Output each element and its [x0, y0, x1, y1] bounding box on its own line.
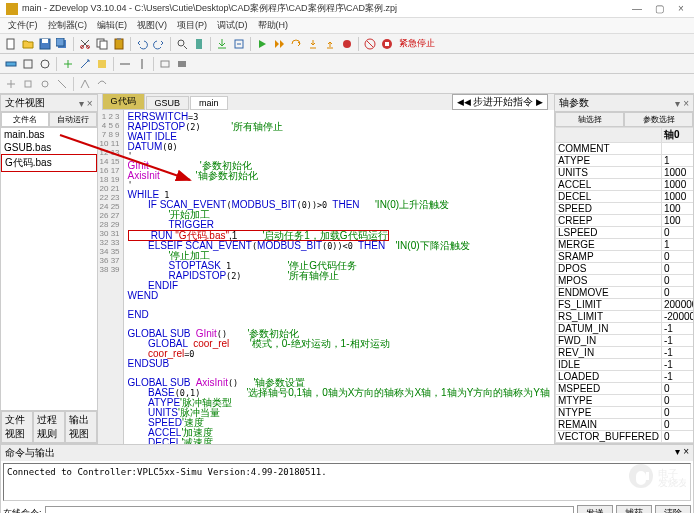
- cmd-input[interactable]: [45, 506, 574, 514]
- tb2-9[interactable]: [157, 56, 173, 72]
- tb3-5[interactable]: [77, 76, 93, 92]
- tb2-7[interactable]: [117, 56, 133, 72]
- svg-point-14: [343, 40, 351, 48]
- menu-help[interactable]: 帮助(H): [254, 18, 293, 33]
- watermark-icon: 电子发烧友: [626, 461, 686, 493]
- tb3-4[interactable]: [54, 76, 70, 92]
- tab-autorun[interactable]: 自动运行: [49, 112, 97, 127]
- toolbar-2: [0, 54, 694, 74]
- code-editor[interactable]: 1 2 3 4 5 6 7 8 9 10 11 12 13 14 15 16 1…: [98, 110, 554, 444]
- cut-icon[interactable]: [77, 36, 93, 52]
- paste-icon[interactable]: [111, 36, 127, 52]
- menu-project[interactable]: 项目(P): [173, 18, 211, 33]
- tb2-8[interactable]: [134, 56, 150, 72]
- run-icon[interactable]: [254, 36, 270, 52]
- tab-gcode[interactable]: G代码: [102, 93, 145, 110]
- tab-filename[interactable]: 文件名: [1, 112, 49, 127]
- tb2-5[interactable]: [77, 56, 93, 72]
- bookmark-icon[interactable]: [191, 36, 207, 52]
- download-icon[interactable]: [214, 36, 230, 52]
- app-icon: [6, 3, 18, 15]
- window-title: main - ZDevelop V3.10.04 - C:\Users\Cuti…: [22, 2, 630, 15]
- find-icon[interactable]: [174, 36, 190, 52]
- redo-icon[interactable]: [151, 36, 167, 52]
- svg-text:发烧友: 发烧友: [658, 477, 686, 488]
- tb3-2[interactable]: [20, 76, 36, 92]
- capture-button[interactable]: 捕获: [616, 505, 652, 513]
- tb3-1[interactable]: [3, 76, 19, 92]
- btab-fileview[interactable]: 文件视图: [1, 411, 33, 443]
- stop-icon[interactable]: [362, 36, 378, 52]
- estop-icon[interactable]: [379, 36, 395, 52]
- svg-rect-9: [115, 39, 123, 49]
- toolbar-1: 紧急停止: [0, 34, 694, 54]
- tb2-1[interactable]: [3, 56, 19, 72]
- tab-axis-select[interactable]: 轴选择: [555, 112, 624, 127]
- svg-rect-2: [42, 39, 48, 43]
- output-title: 命令与输出: [5, 446, 55, 460]
- stepout-icon[interactable]: [322, 36, 338, 52]
- btab-proc[interactable]: 过程规则: [33, 411, 65, 443]
- tab-main[interactable]: main: [190, 96, 228, 110]
- run-control[interactable]: ◀◀ 步进开始指令 ▶: [452, 94, 548, 110]
- main-area: 文件视图 ▾ × 文件名 自动运行 main.bas GSUB.bas G代码.…: [0, 94, 694, 444]
- clear-button[interactable]: 清除: [655, 505, 691, 513]
- menu-debug[interactable]: 调试(D): [213, 18, 252, 33]
- file-item-gcode[interactable]: G代码.bas: [1, 154, 97, 172]
- menu-controller[interactable]: 控制器(C): [44, 18, 92, 33]
- svg-rect-12: [196, 39, 202, 49]
- minimize-button[interactable]: —: [630, 3, 644, 14]
- axis-params-title: 轴参数: [559, 96, 589, 110]
- output-close-icon[interactable]: ▾ ×: [675, 446, 689, 460]
- open-icon[interactable]: [20, 36, 36, 52]
- cmd-label: 在线命令:: [3, 507, 42, 513]
- menu-view[interactable]: 视图(V): [133, 18, 171, 33]
- svg-rect-21: [98, 60, 106, 68]
- svg-rect-17: [385, 42, 389, 46]
- saveall-icon[interactable]: [54, 36, 70, 52]
- axis-params-close-icon[interactable]: ▾ ×: [675, 98, 689, 109]
- editor-panel: G代码 GSUB main ◀◀ 步进开始指令 ▶ 1 2 3 4 5 6 7 …: [98, 94, 554, 444]
- menu-bar: 文件(F) 控制器(C) 编辑(E) 视图(V) 项目(P) 调试(D) 帮助(…: [0, 18, 694, 34]
- stepover-icon[interactable]: [288, 36, 304, 52]
- file-item-gsub[interactable]: GSUB.bas: [1, 141, 97, 154]
- output-panel: 命令与输出 ▾ × Connected to Controller:VPLC5x…: [0, 444, 694, 513]
- estop-label[interactable]: 紧急停止: [396, 37, 438, 50]
- svg-rect-18: [6, 62, 16, 66]
- file-item-main[interactable]: main.bas: [1, 128, 97, 141]
- tb2-3[interactable]: [37, 56, 53, 72]
- tab-gsub[interactable]: GSUB: [146, 96, 190, 110]
- breakpoint-icon[interactable]: [339, 36, 355, 52]
- param-table[interactable]: 轴0轴1COMMENTATYPE11UNITS10001000ACCEL1000…: [555, 127, 693, 443]
- svg-rect-8: [100, 41, 107, 49]
- save-icon[interactable]: [37, 36, 53, 52]
- svg-point-20: [41, 60, 49, 68]
- svg-rect-19: [24, 60, 32, 68]
- file-list[interactable]: main.bas GSUB.bas G代码.bas: [1, 128, 97, 410]
- compile-icon[interactable]: [231, 36, 247, 52]
- stepinto-icon[interactable]: [305, 36, 321, 52]
- tb3-3[interactable]: [37, 76, 53, 92]
- maximize-button[interactable]: ▢: [652, 3, 666, 14]
- svg-rect-23: [178, 61, 186, 67]
- svg-point-11: [178, 40, 184, 46]
- file-view-close-icon[interactable]: ▾ ×: [79, 98, 93, 109]
- tab-param-select[interactable]: 参数选择: [624, 112, 693, 127]
- menu-edit[interactable]: 编辑(E): [93, 18, 131, 33]
- toolbar-3: [0, 74, 694, 94]
- send-button[interactable]: 发送: [577, 505, 613, 513]
- btab-out[interactable]: 输出视图: [65, 411, 97, 443]
- copy-icon[interactable]: [94, 36, 110, 52]
- undo-icon[interactable]: [134, 36, 150, 52]
- svg-rect-10: [117, 38, 121, 40]
- new-icon[interactable]: [3, 36, 19, 52]
- menu-file[interactable]: 文件(F): [4, 18, 42, 33]
- tb2-10[interactable]: [174, 56, 190, 72]
- step-icon[interactable]: [271, 36, 287, 52]
- tb2-4[interactable]: [60, 56, 76, 72]
- tb3-6[interactable]: [94, 76, 110, 92]
- code-content[interactable]: ERRSWITCH=3 RAPIDSTOP(2) '所有轴停止 WAIT IDL…: [124, 110, 554, 444]
- close-button[interactable]: ×: [674, 3, 688, 14]
- tb2-6[interactable]: [94, 56, 110, 72]
- tb2-2[interactable]: [20, 56, 36, 72]
